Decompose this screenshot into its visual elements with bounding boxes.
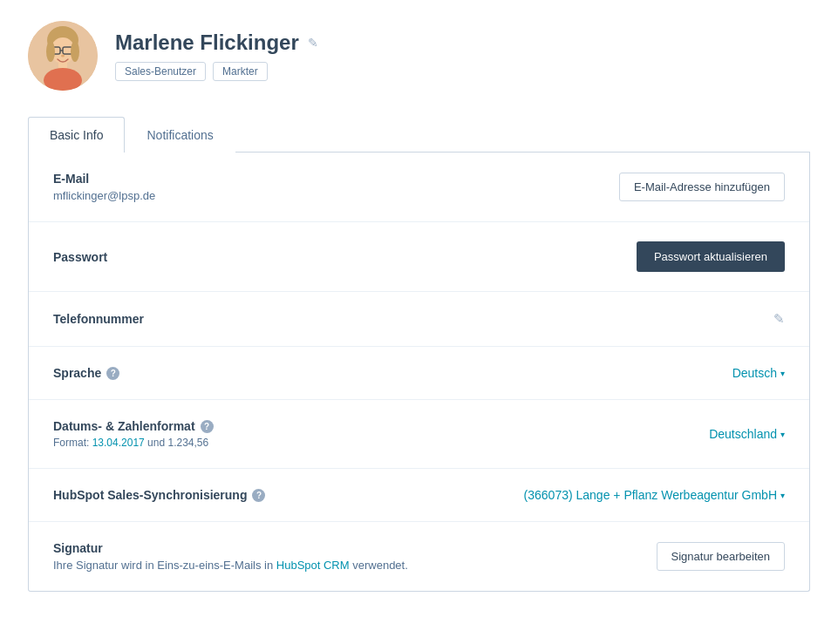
language-dropdown[interactable]: Deutsch ▾ [732, 366, 785, 380]
update-password-button[interactable]: Passwort aktualisieren [637, 241, 785, 272]
signature-crm-link[interactable]: HubSpot CRM [276, 559, 350, 572]
tag-sales: Sales-Benutzer [115, 62, 206, 81]
language-label: Sprache ? [53, 366, 119, 380]
date-format-note: Format: 13.04.2017 und 1.234,56 [53, 437, 214, 449]
content-area: E-Mail mflickinger@lpsp.de E-Mail-Adress… [28, 153, 810, 592]
profile-tags: Sales-Benutzer Markter [115, 62, 318, 81]
phone-label: Telefonnummer [53, 312, 144, 326]
tab-notifications[interactable]: Notifications [125, 117, 235, 153]
profile-info: Marlene Flickinger ✎ Sales-Benutzer Mark… [115, 31, 318, 81]
date-format-help-icon[interactable]: ? [201, 420, 214, 433]
add-email-button[interactable]: E-Mail-Adresse hinzufügen [619, 173, 785, 201]
edit-phone-icon[interactable]: ✎ [773, 311, 785, 327]
sales-sync-label: HubSpot Sales-Synchronisierung ? [53, 488, 265, 502]
phone-section: Telefonnummer ✎ [29, 292, 809, 347]
svg-point-13 [71, 41, 79, 62]
tag-markter: Markter [213, 62, 268, 81]
language-help-icon[interactable]: ? [106, 367, 119, 380]
sales-sync-dropdown[interactable]: (366073) Lange + Pflanz Werbeagentur Gmb… [524, 488, 785, 502]
profile-header: Marlene Flickinger ✎ Sales-Benutzer Mark… [28, 21, 810, 91]
date-format-label: Datums- & Zahlenformat ? [53, 419, 214, 433]
svg-point-12 [46, 41, 55, 62]
email-value: mflickinger@lpsp.de [53, 189, 155, 202]
password-label: Passwort [53, 250, 107, 264]
signature-section: Signatur Ihre Signatur wird in Eins-zu-e… [29, 522, 809, 591]
sales-sync-section: HubSpot Sales-Synchronisierung ? (366073… [29, 469, 809, 522]
signature-description: Ihre Signatur wird in Eins-zu-eins-E-Mai… [53, 559, 408, 572]
email-label: E-Mail [53, 172, 155, 186]
profile-name: Marlene Flickinger [115, 31, 299, 55]
signature-label: Signatur [53, 541, 408, 555]
password-section: Passwort Passwort aktualisieren [29, 222, 809, 292]
edit-signature-button[interactable]: Signatur bearbeiten [657, 542, 785, 571]
format-date-link[interactable]: 13.04.2017 [92, 437, 145, 449]
tab-basic-info[interactable]: Basic Info [28, 117, 125, 153]
date-format-dropdown[interactable]: Deutschland ▾ [709, 427, 785, 441]
avatar [28, 21, 98, 91]
date-format-section: Datums- & Zahlenformat ? Format: 13.04.2… [29, 400, 809, 469]
language-caret-icon: ▾ [780, 369, 785, 378]
sales-sync-caret-icon: ▾ [780, 491, 785, 500]
date-format-caret-icon: ▾ [780, 430, 785, 439]
sales-sync-help-icon[interactable]: ? [252, 489, 265, 502]
svg-point-9 [61, 55, 65, 58]
language-section: Sprache ? Deutsch ▾ [29, 347, 809, 400]
email-section: E-Mail mflickinger@lpsp.de E-Mail-Adress… [29, 153, 809, 222]
tabs-container: Basic Info Notifications [28, 117, 810, 153]
edit-name-icon[interactable]: ✎ [308, 36, 318, 50]
